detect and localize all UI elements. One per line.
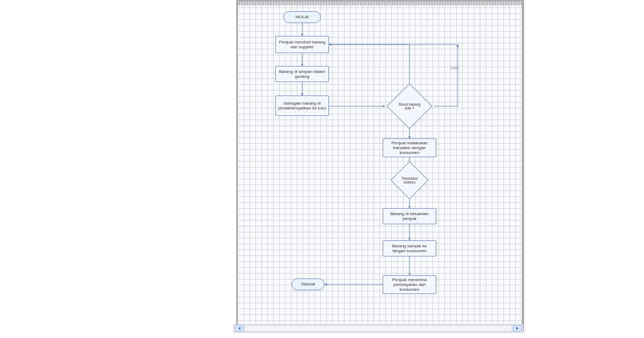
scroll-left-button[interactable] (235, 325, 244, 332)
process-buy-label: Penjual membeli barang dari supplier (278, 40, 326, 49)
terminator-end[interactable]: Selesai (291, 278, 325, 290)
terminator-end-label: Selesai (301, 282, 315, 286)
process-deliver[interactable]: Barang sampai ke tangan konsumen (383, 240, 436, 256)
process-store-label: Barang di simpan dalam gudang (278, 69, 326, 79)
terminator-start-label: MULAI (296, 14, 309, 19)
process-output[interactable]: Barang di keluarkan penjual (383, 208, 436, 224)
diagram-canvas[interactable]: MULAI Penjual membeli barang dari suppli… (236, 0, 524, 332)
ruler-top (238, 2, 522, 5)
terminator-start[interactable]: MULAI (283, 11, 321, 23)
horizontal-scrollbar[interactable] (233, 324, 523, 333)
process-move-label: Sebagian barang di pindahtempatkan ke to… (278, 101, 326, 111)
process-deliver-label: Barang sampai ke tangan konsumen (385, 244, 434, 253)
decision-transaction-ok-label: Transaksi sukses (396, 177, 423, 184)
process-transaction-label: Penjual malakukan transaksi dengan konsu… (385, 141, 434, 156)
process-store[interactable]: Barang di simpan dalam gudang (275, 66, 329, 82)
decision-stock-label: Stock barang ada ? (393, 102, 426, 110)
decision-stock[interactable]: Stock barang ada ? (393, 90, 426, 122)
chevron-left-icon (238, 327, 240, 330)
process-payment-label: Penjual menerima pembayaran dari konsume… (385, 277, 434, 292)
process-output-label: Barang di keluarkan penjual (385, 211, 434, 221)
decision-stock-no-label: Tidak (450, 66, 459, 70)
scroll-right-button[interactable] (513, 325, 522, 332)
process-transaction[interactable]: Penjual malakukan transaksi dengan konsu… (383, 138, 436, 157)
decision-transaction-ok[interactable]: Transaksi sukses (396, 167, 423, 194)
process-payment[interactable]: Penjual menerima pembayaran dari konsume… (383, 275, 436, 294)
stage: MULAI Penjual membeli barang dari suppli… (0, 0, 644, 338)
scrollbar-track[interactable] (245, 325, 512, 332)
process-move[interactable]: Sebagian barang di pindahtempatkan ke to… (275, 95, 329, 116)
process-buy[interactable]: Penjual membeli barang dari supplier (275, 36, 329, 53)
chevron-right-icon (516, 327, 518, 330)
